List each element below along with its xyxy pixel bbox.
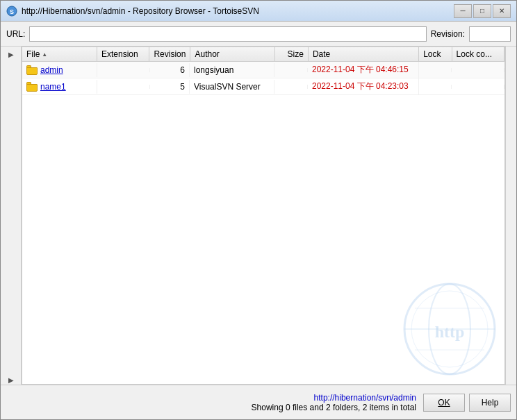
col-header-extension[interactable]: Extension — [97, 47, 149, 61]
url-input[interactable] — [29, 26, 426, 42]
col-header-lock[interactable]: Lock — [419, 47, 452, 61]
expand-arrow[interactable]: ▶ — [6, 49, 16, 59]
cell-lock-name1 — [419, 85, 452, 89]
cell-size-admin — [274, 68, 308, 72]
title-controls: ─ □ ✕ — [454, 4, 511, 18]
cell-author-admin: longsiyuan — [190, 63, 274, 77]
col-header-date[interactable]: Date — [309, 47, 419, 61]
collapse-arrow[interactable]: ▶ — [6, 375, 16, 385]
close-button[interactable]: ✕ — [493, 4, 511, 18]
cell-lockco-admin — [452, 68, 504, 72]
svn-icon: S — [6, 6, 17, 17]
status-buttons: OK Help — [423, 394, 511, 412]
revision-input[interactable] — [469, 26, 511, 42]
url-label: URL: — [6, 29, 25, 39]
maximize-button[interactable]: □ — [473, 4, 491, 18]
svg-text:S: S — [10, 8, 14, 15]
title-bar-left: S http://Hibernation/svn/admin - Reposit… — [6, 6, 259, 17]
col-header-size[interactable]: Size — [275, 47, 308, 61]
window-title: http://Hibernation/svn/admin - Repositor… — [22, 6, 259, 16]
folder-icon — [26, 82, 38, 92]
sort-arrow-file: ▲ — [42, 51, 47, 58]
cell-lockco-name1 — [452, 85, 504, 89]
cell-ext-admin — [97, 68, 150, 72]
cell-file-name1: name1 — [22, 80, 97, 94]
col-header-file[interactable]: File ▲ — [22, 47, 97, 61]
col-header-revision[interactable]: Revision — [149, 47, 190, 61]
right-scrollbar[interactable] — [505, 47, 516, 385]
cell-file-admin: admin — [22, 63, 97, 77]
main-window: S http://Hibernation/svn/admin - Reposit… — [0, 0, 517, 420]
status-line1: http://hibernation/svn/admin — [6, 393, 416, 403]
ok-button[interactable]: OK — [423, 394, 465, 412]
table-row[interactable]: admin 6 longsiyuan 2022-11-04 下午 04:46:1… — [22, 62, 504, 78]
table-row[interactable]: name1 5 VisualSVN Server 2022-11-04 下午 0… — [22, 78, 504, 95]
file-list: File ▲ Extension Revision Author Size — [22, 47, 505, 385]
status-line2: Showing 0 files and 2 folders, 2 items i… — [6, 403, 416, 412]
cell-lock-admin — [419, 68, 452, 72]
cell-ext-name1 — [97, 85, 150, 89]
status-text: http://hibernation/svn/admin Showing 0 f… — [6, 393, 423, 412]
revision-label: Revision: — [431, 29, 465, 39]
toolbar: URL: Revision: — [1, 22, 516, 47]
title-bar: S http://Hibernation/svn/admin - Reposit… — [1, 1, 516, 22]
cell-size-name1 — [274, 85, 308, 89]
cell-date-admin: 2022-11-04 下午 04:46:15 — [308, 62, 419, 78]
minimize-button[interactable]: ─ — [454, 4, 472, 18]
help-button[interactable]: Help — [469, 394, 511, 412]
col-header-author[interactable]: Author — [190, 47, 275, 61]
left-panel: ▶ ▶ — [1, 47, 22, 385]
status-bar: http://hibernation/svn/admin Showing 0 f… — [1, 385, 516, 419]
cell-author-name1: VisualSVN Server — [190, 80, 274, 94]
cell-rev-admin: 6 — [150, 63, 190, 77]
main-panel: File ▲ Extension Revision Author Size — [22, 47, 505, 385]
cell-date-name1: 2022-11-04 下午 04:23:03 — [308, 78, 419, 94]
folder-icon — [26, 65, 38, 75]
content-area: ▶ ▶ File ▲ Extension Revision — [1, 47, 516, 385]
col-header-lock-comment[interactable]: Lock co... — [452, 47, 504, 61]
cell-rev-name1: 5 — [150, 80, 190, 94]
list-header: File ▲ Extension Revision Author Size — [22, 47, 504, 62]
